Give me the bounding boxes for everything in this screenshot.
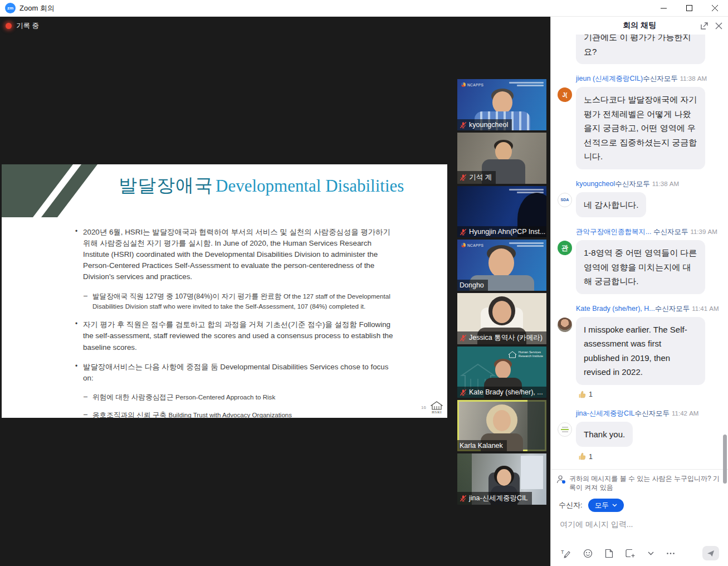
svg-text:T: T [561,549,564,555]
participant-name: 기석 계 [469,173,492,182]
bullet-text-ko: 위험에 대한 사람중심접근 [92,393,174,401]
who-can-see-icon [556,475,566,485]
window-title: Zoom 회의 [19,3,55,13]
hsri-logo-text: HSRI [432,410,442,414]
message-time: 11:38 AM [680,75,707,82]
message-sender[interactable]: jieun (신세계중랑CIL) [576,75,643,82]
slide-bullet: 옹호조직과의 신뢰 구축 Building Trust with Advocac… [84,410,395,421]
privacy-notice: 귀하의 메시지를 볼 수 있는 사람은 누구입니까? 기록이 켜져 있음 [556,474,721,492]
webinar-banner-text [509,242,544,248]
video-tile-giseokgye[interactable]: 기석 계 [457,133,546,184]
message-bubble: 1-8영역 중 어떤 영역들이 다른 영역에 영향을 미치는지에 대해 궁금합니… [576,240,705,294]
presentation-slide: 발달장애국 Developmental Disabilities 2020년 6… [2,164,447,418]
recipient-select-button[interactable]: 모두 [588,499,624,512]
avatar [558,422,572,437]
close-chat-icon[interactable] [715,22,722,30]
chat-title: 회의 채팅 [623,21,656,31]
participant-name-label: jina-신세계중랑CIL [457,492,532,505]
bullet-text-en: Person-Centered Approach to Risk [175,393,275,401]
chat-message: J( jieun (신세계중랑CIL)수신자모두11:38 AM 노스다코다 발… [558,74,720,169]
message-recipient: 수신자모두 [655,305,690,313]
privacy-notice-text: 귀하의 메시지를 볼 수 있는 사람은 누구입니까? 기록이 켜져 있음 [569,474,721,492]
participant-name-label: Karla Kalanek [457,440,507,451]
bullet-text-en: Building Trust with Advocacy Organizatio… [168,411,292,418]
message-time: 11:38 AM [652,180,679,187]
thumbs-up-icon [578,452,587,461]
ncapps-logo: NCAPPS [461,82,483,87]
format-text-button[interactable]: T [561,549,571,558]
participant-name-label: Dongho [457,280,488,291]
video-tile-dongho[interactable]: NCAPPS Dongho [457,240,546,291]
participant-name: Jessica 통역사 (카메라) [469,333,543,343]
bullet-text-ko: 발달장애서비스는 다음 사항에 중점을 둠 [83,363,218,371]
chat-scrollbar-thumb[interactable] [723,435,727,484]
avatar [558,318,572,332]
message-bubble: 네 감사합니다. [576,192,646,218]
muted-mic-icon [460,495,467,502]
message-sender[interactable]: 관악구장애인종합복지... [576,228,651,236]
slide-bullet: 위험에 대한 사람중심접근 Person-Centered Approach t… [84,392,395,403]
chat-message: jina-신세계중랑CIL수신자모두11:42 AM Thank you. 1 [558,409,720,461]
composer-expand-chevron[interactable] [648,552,654,555]
window-titlebar: zm Zoom 회의 [0,0,728,17]
thumbs-up-reaction[interactable]: 1 [578,391,720,399]
participant-name: jina-신세계중랑CIL [469,494,528,503]
reaction-count: 1 [589,453,593,461]
video-tile-jina[interactable]: jina-신세계중랑CIL [457,453,546,505]
composer-more-button[interactable] [666,552,675,555]
participant-name-label: Hyungjin Ahn(PCP Inst... [457,226,546,237]
participant-name: Karla Kalanek [460,442,503,450]
message-bubble: I misspoke earlier. The Self-assessment … [576,317,705,385]
message-bubble: Thank you. [576,422,633,447]
participant-name: Kate Brady (she/her), ... [469,388,543,396]
chat-header: 회의 채팅 [551,17,728,35]
message-recipient: 수신자모두 [651,228,688,236]
bullet-text-ko: 자기 평가 후 직원은 점수를 검토하고 합의 과정을 거쳐 기초선(기준 점수… [83,320,357,329]
recording-label: 기록 중 [16,21,39,31]
zoom-app-icon: zm [5,3,16,13]
slide-page-number: 16 [421,405,426,410]
pop-out-icon[interactable] [700,22,709,30]
hsri-house-icon [431,401,443,410]
thumbs-up-reaction[interactable]: 1 [578,452,720,461]
slide-bullet: 자기 평가 후 직원은 점수를 검토하고 합의 과정을 거쳐 기초선(기준 점수… [75,319,397,353]
maximize-button[interactable] [677,0,702,17]
muted-mic-icon [460,174,467,181]
meeting-stage: 기록 중 발달장애국 Developmental Disabilities 20… [0,17,550,566]
slide-bullet: 발달장애서비스는 다음 사항에 중점을 둠 Developmental Disa… [75,362,397,384]
muted-mic-icon [460,121,467,129]
message-time: 11:39 AM [690,228,717,235]
participant-name: Dongho [460,281,484,289]
slide-bullet: 2020년 6월, HSRI는 발달장애국과 협력하여 부서의 서비스 및 실천… [75,227,397,283]
chat-message: 관 관악구장애인종합복지... 수신자모두11:39 AM 1-8영역 중 어떤… [558,227,720,294]
slide-corner-decoration [2,164,101,217]
video-tile-kyoungcheol[interactable]: NCAPPS kyoungcheol [457,79,546,130]
video-tile-karla-kalanek-active-speaker[interactable]: Karla Kalanek [457,400,546,451]
bullet-text-ko: 옹호조직과의 신뢰 구축 [92,411,167,419]
message-sender[interactable]: kyoungcheol [576,180,615,188]
participant-name: Hyungjin Ahn(PCP Inst... [469,228,545,236]
message-bubble: 기관에도 이 평가가 가능한지 요? [576,35,705,64]
message-sender[interactable]: Kate Brady (she/her), H... [576,305,655,313]
video-tile-hyungjin-ahn[interactable]: Hyungjin Ahn(PCP Inst... [457,186,546,237]
recording-dot-icon [6,23,12,29]
avatar: SDA [558,193,572,207]
video-tile-kate-brady[interactable]: Human ServicesResearch Institute Kate Br… [457,347,546,398]
recording-indicator: 기록 중 [6,21,39,31]
close-window-button[interactable] [702,0,728,17]
video-tile-jessica-interpreter[interactable]: Jessica 통역사 (카메라) [457,293,546,344]
chat-message: Kate Brady (she/her), H...수신자모두11:41 AM … [558,304,720,399]
attach-file-button[interactable] [605,549,613,558]
avatar: 관 [558,241,572,255]
ncapps-logo-icon [461,82,466,87]
chat-message-input[interactable] [560,520,725,529]
slide-bullet: 발달장애국 직원 127명 중 107명(84%)이 자기 평가를 완료함 Of… [84,291,395,313]
webinar-banner-text [509,82,544,87]
message-sender[interactable]: jina-신세계중랑CIL [576,409,635,417]
send-message-button[interactable] [702,546,719,560]
chat-message-list[interactable]: 기관에도 이 평가가 가능한지 요? J( jieun (신세계중랑CIL)수신… [551,35,728,469]
minimize-button[interactable] [651,0,677,17]
send-icon [707,550,715,557]
screenshot-button[interactable] [626,549,636,558]
emoji-button[interactable] [583,549,593,558]
